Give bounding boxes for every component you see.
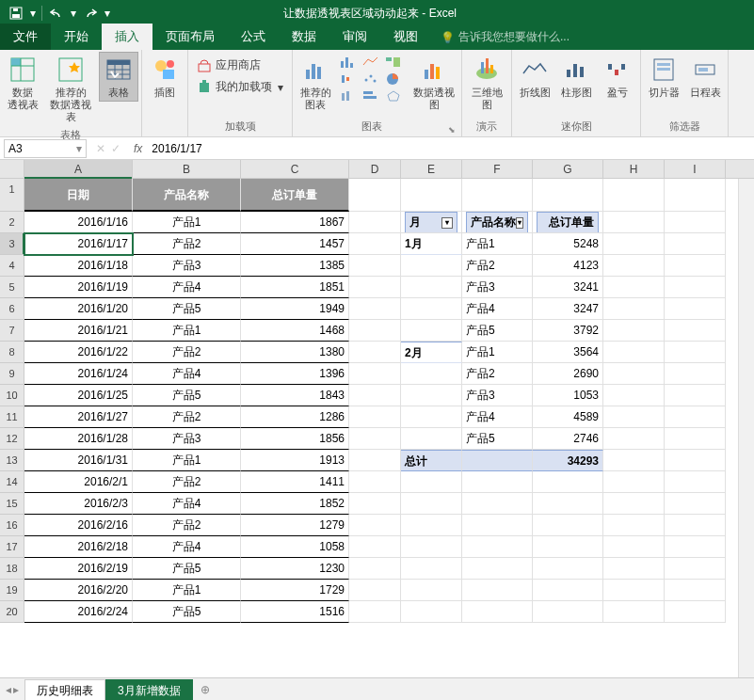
cell[interactable] xyxy=(665,212,726,233)
cell[interactable] xyxy=(462,580,533,601)
cell[interactable] xyxy=(665,363,726,385)
cell[interactable] xyxy=(665,515,726,536)
vertical-scrollbar[interactable] xyxy=(738,179,754,677)
cell[interactable] xyxy=(349,601,401,623)
cell-product[interactable]: 产品1 xyxy=(133,580,241,601)
cell[interactable] xyxy=(603,320,665,342)
column-header[interactable]: F xyxy=(462,160,533,178)
cell-date[interactable]: 2016/1/31 xyxy=(24,450,133,471)
name-box[interactable]: ▾ xyxy=(4,139,87,158)
cell-product[interactable]: 产品4 xyxy=(133,363,241,385)
row-header[interactable]: 12 xyxy=(0,428,24,450)
cell-date[interactable]: 2016/1/20 xyxy=(24,298,133,320)
pivot-product[interactable]: 产品2 xyxy=(462,255,533,277)
tab-file[interactable]: 文件 xyxy=(0,24,51,50)
cell[interactable] xyxy=(665,450,726,471)
row-header[interactable]: 18 xyxy=(0,558,24,580)
row-header[interactable]: 5 xyxy=(0,277,24,298)
row-header[interactable]: 3 xyxy=(0,233,24,255)
pivot-chart-button[interactable]: 数据透视图 xyxy=(409,52,458,114)
cell[interactable] xyxy=(603,580,665,601)
cell-date[interactable]: 2016/1/22 xyxy=(24,342,133,363)
illustrations-button[interactable]: 插图 xyxy=(145,52,184,102)
pivot-value[interactable]: 2690 xyxy=(533,363,603,385)
pivot-product[interactable]: 产品3 xyxy=(462,385,533,406)
row-header[interactable]: 19 xyxy=(0,580,24,601)
column-header[interactable]: I xyxy=(665,160,726,178)
cell[interactable] xyxy=(665,428,726,450)
new-sheet-button[interactable]: ⊕ xyxy=(193,683,217,696)
column-header[interactable]: B xyxy=(133,160,241,178)
column-header[interactable]: A xyxy=(24,160,133,178)
cell[interactable] xyxy=(603,212,665,233)
cell-date[interactable]: 2016/2/19 xyxy=(24,558,133,580)
cell[interactable] xyxy=(603,277,665,298)
column-header[interactable]: E xyxy=(401,160,462,178)
column-header[interactable]: H xyxy=(603,160,665,178)
cell[interactable] xyxy=(349,277,401,298)
cell[interactable] xyxy=(665,558,726,580)
cell[interactable] xyxy=(349,515,401,536)
cell-date[interactable]: 2016/1/16 xyxy=(24,212,133,233)
cell-date[interactable]: 2016/1/17 xyxy=(24,233,133,255)
cell-date[interactable]: 2016/1/19 xyxy=(24,277,133,298)
cell[interactable] xyxy=(665,233,726,255)
cell[interactable] xyxy=(603,428,665,450)
cell[interactable] xyxy=(603,233,665,255)
save-icon[interactable] xyxy=(6,3,26,24)
undo-dropdown-icon[interactable]: ▾ xyxy=(69,3,78,24)
cell-date[interactable]: 2016/2/16 xyxy=(24,515,133,536)
redo-dropdown-icon[interactable]: ▾ xyxy=(103,3,112,24)
cell[interactable] xyxy=(603,471,665,493)
column-header[interactable]: G xyxy=(533,160,603,178)
cell[interactable] xyxy=(401,558,462,580)
cell[interactable] xyxy=(533,558,603,580)
cell[interactable] xyxy=(401,493,462,515)
pivot-value[interactable]: 5248 xyxy=(533,233,603,255)
cell[interactable] xyxy=(401,601,462,623)
header-date[interactable]: 日期 xyxy=(24,179,133,212)
cell-product[interactable]: 产品2 xyxy=(133,406,241,428)
cell[interactable] xyxy=(603,558,665,580)
cell-product[interactable]: 产品2 xyxy=(133,233,241,255)
cell[interactable] xyxy=(665,493,726,515)
pivot-month[interactable] xyxy=(401,255,462,277)
cell-qty[interactable]: 1380 xyxy=(241,342,349,363)
cell-qty[interactable]: 1286 xyxy=(241,406,349,428)
pivot-product[interactable]: 产品2 xyxy=(462,363,533,385)
pivot-month[interactable] xyxy=(401,320,462,342)
cell[interactable] xyxy=(603,493,665,515)
row-header[interactable]: 2 xyxy=(0,212,24,233)
cell[interactable] xyxy=(665,320,726,342)
cell[interactable] xyxy=(349,385,401,406)
cell-product[interactable]: 产品2 xyxy=(133,515,241,536)
pivot-product[interactable]: 产品1 xyxy=(462,233,533,255)
tab-nav-prev-icon[interactable]: ◂ xyxy=(6,683,11,696)
cell[interactable] xyxy=(349,558,401,580)
cell[interactable] xyxy=(349,428,401,450)
cell-product[interactable]: 产品4 xyxy=(133,536,241,558)
redo-icon[interactable] xyxy=(80,3,101,24)
cell-qty[interactable]: 1411 xyxy=(241,471,349,493)
cell[interactable] xyxy=(533,601,603,623)
pivot-value[interactable]: 4123 xyxy=(533,255,603,277)
cell-product[interactable]: 产品4 xyxy=(133,277,241,298)
cell[interactable] xyxy=(533,536,603,558)
cell-qty[interactable]: 1949 xyxy=(241,298,349,320)
header-qty[interactable]: 总订单量 xyxy=(241,179,349,212)
timeline-button[interactable]: 日程表 xyxy=(685,52,725,102)
pivot-product[interactable]: 产品3 xyxy=(462,277,533,298)
row-header[interactable]: 20 xyxy=(0,601,24,623)
cell-qty[interactable]: 1468 xyxy=(241,320,349,342)
cell[interactable] xyxy=(665,342,726,363)
cell-date[interactable]: 2016/1/24 xyxy=(24,363,133,385)
cell[interactable] xyxy=(603,450,665,471)
recommended-charts-button[interactable]: 推荐的 图表 xyxy=(296,52,335,114)
cell-qty[interactable]: 1729 xyxy=(241,580,349,601)
cell[interactable] xyxy=(349,493,401,515)
pivot-month[interactable] xyxy=(401,298,462,320)
pivot-total-label[interactable]: 总计 xyxy=(401,450,462,471)
row-header[interactable]: 11 xyxy=(0,406,24,428)
sheet-tab-history[interactable]: 历史明细表 xyxy=(24,679,105,701)
row-header[interactable]: 6 xyxy=(0,298,24,320)
